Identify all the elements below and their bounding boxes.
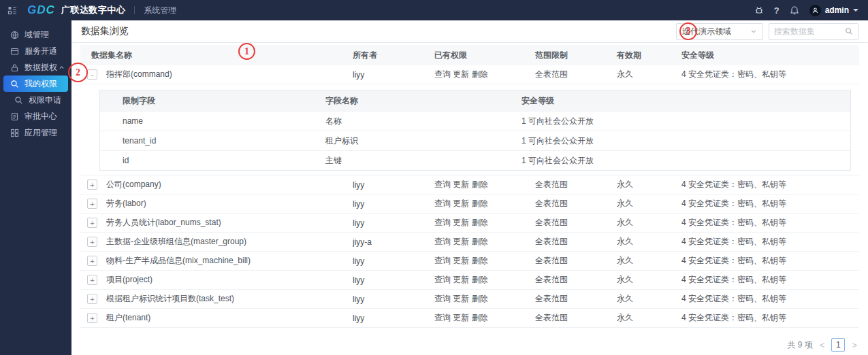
domain-select[interactable]: 迭代演示领域	[676, 23, 763, 40]
field-restriction-table: 限制字段 字段名称 安全等级 name 名称 1 可向社会公众开放 tenant…	[99, 90, 851, 171]
sidebar-item-approval-center[interactable]: 审批中心	[0, 108, 71, 124]
dataset-permissions: 查询 更新 删除	[434, 198, 535, 209]
dataset-owner: liyy	[353, 218, 434, 228]
dataset-name: 劳务人员统计(labor_nums_stat)	[106, 217, 353, 229]
sidebar-item-service-activation[interactable]: 服务开通	[0, 43, 71, 59]
table-row[interactable]: + 根据租户标识统计项目数(task_test) liyy 查询 更新 删除 全…	[80, 290, 859, 309]
dataset-owner: jiyy-a	[353, 237, 434, 247]
column-header-scope: 范围限制	[535, 50, 617, 61]
expand-row-button[interactable]: +	[87, 218, 97, 228]
field-id: tenant_id	[100, 136, 303, 146]
sidebar-item-label: 审批中心	[25, 111, 57, 122]
sidebar-item-data-authorization[interactable]: 数据授权	[0, 59, 71, 75]
dataset-owner: liyy	[353, 294, 434, 304]
sidebar-collapse-button[interactable]	[0, 0, 25, 20]
dataset-security-level: 4 安全凭证类：密码、私钥等	[681, 217, 859, 229]
expand-row-button[interactable]: +	[87, 294, 97, 304]
sidebar-item-my-permissions[interactable]: 我的权限	[3, 75, 68, 92]
dataset-name: 公司(company)	[106, 179, 353, 190]
dataset-validity: 永久	[617, 217, 681, 229]
field-id: name	[100, 116, 303, 126]
expand-row-button[interactable]: +	[87, 180, 97, 190]
dataset-scope: 全表范围	[535, 69, 617, 80]
nav-divider	[134, 6, 135, 14]
expand-row-button[interactable]: +	[87, 256, 97, 266]
dataset-name: 项目(project)	[106, 274, 353, 286]
brand-title: 广联达数字中心	[61, 4, 126, 16]
dataset-validity: 永久	[617, 179, 681, 190]
search-icon[interactable]	[845, 27, 853, 35]
search-input[interactable]	[774, 27, 845, 36]
help-icon[interactable]: ?	[774, 5, 779, 16]
table-row[interactable]: + 项目(project) liyy 查询 更新 删除 全表范围 永久 4 安全…	[80, 271, 859, 290]
dataset-name: 物料-生产半成品信息(mix_machine_bill)	[106, 255, 353, 267]
chevron-down-icon	[853, 9, 858, 12]
nested-header-row: 限制字段 字段名称 安全等级	[100, 90, 850, 111]
table-row[interactable]: + 物料-生产半成品信息(mix_machine_bill) liyy 查询 更…	[80, 252, 859, 271]
chevron-down-icon	[750, 28, 757, 35]
expand-row-button[interactable]: +	[87, 199, 97, 209]
expanded-row-detail: 限制字段 字段名称 安全等级 name 名称 1 可向社会公众开放 tenant…	[80, 84, 859, 175]
dataset-scope: 全表范围	[535, 217, 617, 229]
next-page-button[interactable]: >	[852, 340, 857, 350]
dataset-permissions: 查询 更新 删除	[434, 236, 535, 248]
dataset-validity: 永久	[617, 293, 681, 305]
dataset-security-level: 4 安全凭证类：密码、私钥等	[681, 179, 859, 190]
dataset-security-level: 4 安全凭证类：密码、私钥等	[681, 198, 859, 209]
expand-row-button[interactable]: +	[87, 237, 97, 247]
table-row[interactable]: + 公司(company) liyy 查询 更新 删除 全表范围 永久 4 安全…	[80, 175, 859, 195]
table-row[interactable]: + 劳务(labor) liyy 查询 更新 删除 全表范围 永久 4 安全凭证…	[80, 195, 859, 214]
sidebar-item-permission-request[interactable]: 权限申请	[0, 92, 71, 108]
user-avatar	[809, 5, 821, 16]
top-bar: GDC 广联达数字中心 系统管理 ?	[0, 0, 868, 20]
notification-bell-icon[interactable]	[790, 5, 799, 15]
dataset-validity: 永久	[617, 236, 681, 248]
chevron-up-icon	[59, 65, 65, 71]
dataset-security-level: 4 安全凭证类：密码、私钥等	[681, 293, 859, 305]
table-row[interactable]: + 租户(tenant) liyy 查询 更新 删除 全表范围 永久 4 安全凭…	[80, 309, 859, 328]
expand-row-button[interactable]: +	[87, 313, 97, 323]
user-menu[interactable]: admin	[809, 5, 858, 16]
dataset-scope: 全表范围	[535, 236, 617, 248]
dataset-validity: 永久	[617, 69, 681, 80]
nested-column-header-field: 限制字段	[100, 95, 303, 107]
dataset-security-level: 4 安全凭证类：密码、私钥等	[681, 312, 859, 324]
domain-select-value: 迭代演示领域	[682, 26, 731, 37]
nav-item-system-management[interactable]: 系统管理	[144, 5, 176, 16]
sidebar: 域管理 服务开通 数据授权	[0, 20, 71, 355]
dataset-owner: liyy	[353, 314, 434, 323]
column-header-security: 安全等级	[681, 50, 859, 61]
column-header-validity: 有效期	[617, 50, 681, 61]
table-row[interactable]: - 指挥部(command) liyy 查询 更新 删除 全表范围 永久 4 安…	[80, 65, 859, 84]
dataset-scope: 全表范围	[535, 198, 617, 209]
title-bar: 数据集浏览 迭代演示领域	[71, 20, 868, 43]
dataset-security-level: 4 安全凭证类：密码、私钥等	[681, 255, 859, 267]
username-label: admin	[825, 5, 849, 15]
magnifier-icon	[14, 96, 23, 105]
sidebar-item-label: 应用管理	[25, 127, 57, 139]
sidebar-item-app-management[interactable]: 应用管理	[0, 124, 71, 141]
bug-feedback-icon[interactable]	[754, 5, 764, 15]
collapse-row-button[interactable]: -	[87, 69, 97, 80]
page-number-button[interactable]: 1	[831, 338, 845, 352]
sidebar-item-label: 我的权限	[25, 78, 57, 90]
table-row[interactable]: + 劳务人员统计(labor_nums_stat) liyy 查询 更新 删除 …	[80, 214, 859, 233]
prev-page-button[interactable]: <	[820, 340, 825, 350]
app-window: GDC 广联达数字中心 系统管理 ?	[0, 0, 868, 355]
table-row[interactable]: + 主数据-企业级班组信息(master_group) jiyy-a 查询 更新…	[80, 233, 859, 252]
sidebar-item-domain-management[interactable]: 域管理	[0, 27, 71, 43]
nested-table-row: name 名称 1 可向社会公众开放	[100, 111, 850, 131]
field-name: 主键	[303, 155, 499, 167]
dataset-name: 根据租户标识统计项目数(task_test)	[106, 293, 353, 305]
nested-table-row: id 主键 1 可向社会公众开放	[100, 150, 850, 170]
dataset-scope: 全表范围	[535, 312, 617, 324]
dataset-owner: liyy	[353, 180, 434, 190]
expand-row-button[interactable]: +	[87, 275, 97, 285]
pagination-bar: 共 9 项 < 1 >	[71, 335, 868, 355]
sidebar-item-label: 权限申请	[29, 95, 61, 106]
magnifier-icon	[10, 80, 19, 88]
dataset-permissions: 查询 更新 删除	[434, 255, 535, 267]
dataset-security-level: 4 安全凭证类：密码、私钥等	[681, 274, 859, 286]
dataset-owner: liyy	[353, 256, 434, 266]
dataset-owner: liyy	[353, 70, 434, 80]
